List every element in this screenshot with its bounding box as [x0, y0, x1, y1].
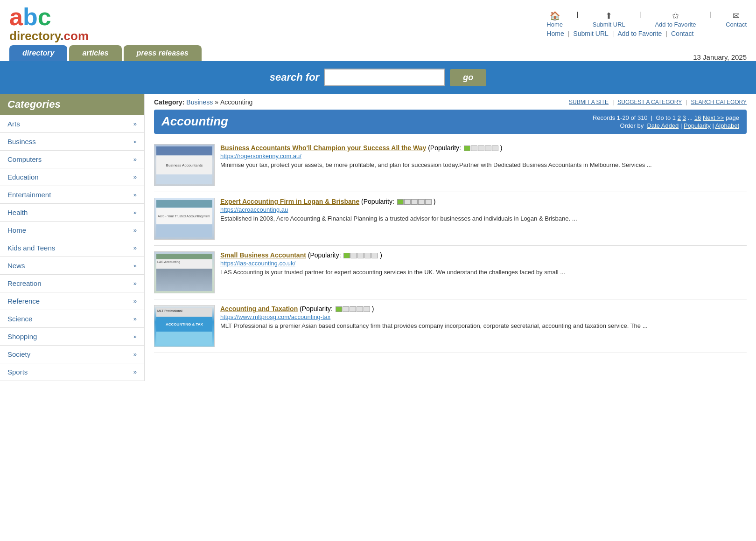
submit-site-link[interactable]: SUBMIT A SITE: [569, 99, 609, 105]
page-3-link[interactable]: 3: [683, 114, 686, 121]
next-page-link[interactable]: Next >>: [703, 114, 724, 121]
sidebar-item-business[interactable]: Business »: [0, 133, 144, 151]
logo-domain: directory.com: [9, 29, 89, 43]
action-sep-1: |: [612, 99, 614, 105]
pop-seg-4-5: [364, 306, 370, 312]
sidebar-item-health[interactable]: Health »: [0, 204, 144, 222]
sidebar-item-arts[interactable]: Arts »: [0, 115, 144, 133]
listing-info-4: Accounting and Taxation (Popularity: ) h…: [220, 305, 747, 347]
header-nav-icons: 🏠 Home | ⬆ Submit URL | ✩ Add to Favorit…: [546, 11, 747, 28]
sidebar-item-kids-and-teens[interactable]: Kids and Teens »: [0, 239, 144, 257]
breadcrumb-parent-link[interactable]: Business: [186, 98, 213, 106]
listing-item: Business Accountants Business Accountant…: [154, 139, 747, 192]
nav-home-text[interactable]: Home: [546, 30, 564, 37]
logo-letter-b: b: [23, 3, 38, 30]
sep2: |: [612, 30, 614, 37]
pop-seg-2-2: [404, 199, 411, 205]
breadcrumb-actions: SUBMIT A SITE | SUGGEST A CATEGORY | SEA…: [569, 99, 747, 105]
order-alphabet-link[interactable]: Alphabet: [715, 122, 739, 129]
sidebar-label-recreation: Recreation: [7, 279, 42, 287]
sidebar-item-education[interactable]: Education »: [0, 168, 144, 186]
content-area: Category: Business » Accounting SUBMIT A…: [145, 94, 756, 381]
nav-submit-text[interactable]: Submit URL: [573, 30, 608, 37]
nav-sep-2: |: [639, 11, 641, 28]
sidebar-label-sports: Sports: [7, 368, 28, 376]
popularity-label-1: (Popularity:: [428, 144, 463, 152]
nav-submit-label: Submit URL: [593, 21, 625, 28]
popularity-bar-4: [336, 306, 370, 312]
listing-title-4[interactable]: Accounting and Taxation: [220, 305, 298, 312]
sidebar-item-sports[interactable]: Sports »: [0, 363, 144, 381]
sidebar-item-entertainment[interactable]: Entertainment »: [0, 186, 144, 204]
contact-icon: ✉: [733, 11, 740, 21]
sidebar-item-reference[interactable]: Reference »: [0, 292, 144, 310]
sidebar-item-science[interactable]: Science »: [0, 310, 144, 328]
listing-info-2: Expert Accounting Firm in Logan & Brisba…: [220, 198, 747, 240]
records-text: Records 1-20 of 310 | Go to 1 2 3 ... 16…: [593, 114, 739, 121]
order-date-link[interactable]: Date Added: [647, 122, 679, 129]
listing-url-1[interactable]: https://rogersonkenny.com.au/: [220, 153, 747, 160]
breadcrumb-left: Category: Business » Accounting: [154, 98, 252, 106]
header: abc directory.com 🏠 Home | ⬆ Submit URL …: [0, 0, 756, 43]
listing-title-1[interactable]: Business Accountants Who'll Champion you…: [220, 144, 426, 152]
search-input[interactable]: [324, 69, 445, 86]
category-header-box: Accounting Records 1-20 of 310 | Go to 1…: [154, 110, 747, 134]
sidebar-label-science: Science: [7, 315, 32, 323]
nav-home-link[interactable]: 🏠 Home: [546, 11, 563, 28]
popularity-close-3: ): [380, 251, 382, 259]
tab-press-releases[interactable]: press releases: [124, 45, 202, 61]
nav-sep-1: |: [577, 11, 579, 28]
listing-title-2[interactable]: Expert Accounting Firm in Logan & Brisba…: [220, 198, 359, 205]
search-label: search for: [270, 71, 319, 83]
suggest-category-link[interactable]: SUGGEST A CATEGORY: [617, 99, 682, 105]
listing-desc-3: LAS Accounting is your trusted partner f…: [220, 269, 565, 276]
header-nav-links: Home | Submit URL | Add to Favorite | Co…: [546, 30, 747, 37]
sidebar-item-computers[interactable]: Computers »: [0, 151, 144, 168]
sidebar-label-shopping: Shopping: [7, 333, 37, 340]
nav-submit-link[interactable]: ⬆ Submit URL: [593, 11, 625, 28]
sidebar-label-news: News: [7, 262, 25, 270]
popularity-close-2: ): [434, 198, 436, 205]
sidebar-label-reference: Reference: [7, 297, 40, 305]
listing-item-3: LAS Accounting Small Business Accountant…: [154, 246, 747, 299]
search-button[interactable]: go: [450, 69, 486, 86]
main-content: Categories Arts » Business » Computers »…: [0, 94, 756, 381]
listing-title-3[interactable]: Small Business Accountant: [220, 251, 306, 259]
favorite-icon: ✩: [672, 11, 679, 21]
order-popularity-link[interactable]: Popularity: [684, 122, 711, 129]
listing-desc-2: Established in 2003, Acro Accounting & F…: [220, 215, 577, 222]
tab-articles[interactable]: articles: [69, 45, 121, 61]
breadcrumb-label: Category:: [154, 98, 184, 106]
sidebar-label-arts: Arts: [7, 120, 20, 128]
sidebar-item-society[interactable]: Society »: [0, 346, 144, 363]
sidebar-item-news[interactable]: News »: [0, 257, 144, 275]
page-2-link[interactable]: 2: [678, 114, 681, 121]
thumb-overlay-3: LAS Accounting: [154, 252, 214, 293]
listing-thumbnail-3: LAS Accounting: [154, 251, 215, 293]
header-right: 🏠 Home | ⬆ Submit URL | ✩ Add to Favorit…: [546, 11, 747, 37]
category-meta: Records 1-20 of 310 | Go to 1 2 3 ... 16…: [593, 114, 739, 129]
date-display: 13 January, 2025: [693, 53, 747, 61]
page-16-link[interactable]: 16: [694, 114, 701, 121]
listing-url-2[interactable]: https://acroaccounting.au: [220, 206, 747, 213]
pop-seg-1-1: [464, 146, 470, 151]
tab-directory[interactable]: directory: [9, 45, 67, 61]
logo-letter-a: a: [9, 3, 23, 30]
listing-url-4[interactable]: https://www.mltprosg.com/accounting-tax: [220, 313, 747, 320]
sidebar-label-home: Home: [7, 226, 26, 234]
popularity-label-4: (Popularity:: [300, 305, 335, 312]
search-category-link[interactable]: SEARCH CATEGORY: [691, 99, 747, 105]
sidebar-item-home[interactable]: Home »: [0, 222, 144, 239]
logo-directory: directory.com: [9, 29, 89, 43]
listing-url-3[interactable]: https://las-accounting.co.uk/: [220, 260, 747, 267]
sidebar-item-recreation[interactable]: Recreation »: [0, 275, 144, 292]
sidebar-item-shopping[interactable]: Shopping »: [0, 328, 144, 346]
sidebar-label-computers: Computers: [7, 155, 42, 163]
nav-contact-link[interactable]: ✉ Contact: [726, 11, 747, 28]
nav-favorite-text[interactable]: Add to Favorite: [617, 30, 662, 37]
pop-seg-1-4: [485, 146, 491, 151]
nav-favorite-link[interactable]: ✩ Add to Favorite: [655, 11, 696, 28]
arrow-icon-recreation: »: [133, 280, 137, 287]
nav-contact-text[interactable]: Contact: [671, 30, 693, 37]
pop-seg-4-4: [357, 306, 363, 312]
